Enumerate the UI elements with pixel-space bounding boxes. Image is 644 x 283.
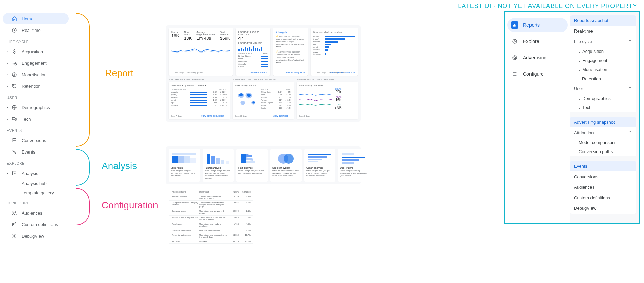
sidebar-item-debugview[interactable]: DebugView — [3, 230, 69, 242]
acquisition-icon — [11, 48, 18, 55]
sub-item-retention[interactable]: Retention — [570, 74, 636, 83]
svg-rect-10 — [13, 225, 14, 226]
svg-rect-26 — [308, 154, 331, 155]
session-row: (none)5.9K↓ 16.9% — [171, 93, 227, 96]
sub-item-demographics[interactable]: ▸Demographics — [570, 94, 636, 103]
sub-item-model-comparison[interactable]: Model comparison — [570, 138, 636, 147]
sub-head-reports-snapshot[interactable]: Reports snapshot — [570, 15, 636, 26]
session-row: affiliate50↑ 56.7% — [171, 104, 227, 107]
sub-item-custom-definitions[interactable]: Custom definitions — [570, 193, 636, 203]
svg-point-8 — [13, 211, 14, 213]
caret-icon: ▸ — [7, 61, 9, 65]
sidebar-item-custom-definitions[interactable]: Custom definitions — [3, 219, 69, 230]
nav-label: Explore — [523, 39, 539, 44]
view-insights-link[interactable]: View all insights → — [285, 71, 305, 74]
sidebar-item-tech[interactable]: ▸ Tech — [3, 113, 69, 125]
svg-point-39 — [514, 57, 515, 58]
sub-item-debugview[interactable]: DebugView — [570, 203, 636, 214]
analysis-card[interactable]: Cohort analysisWhat insights can you get… — [304, 149, 335, 182]
view-realtime-link[interactable]: View real-time → — [250, 71, 268, 74]
geo-card: Users ▾ by Country COUNTRYUSERS United S… — [233, 82, 294, 119]
sidebar-item-audiences[interactable]: Audiences — [3, 207, 69, 219]
session-row: cpc241↓ 6.7% — [171, 101, 227, 104]
config-row: All UsersAll users65,726↑ 70.7% — [169, 239, 253, 244]
label-analysis: Analysis — [102, 161, 137, 171]
sidebar-item-retention[interactable]: ▸ Retention — [3, 80, 69, 92]
analysis-card[interactable]: Path analysisWhat user journeys can you … — [236, 149, 268, 182]
sub-section-events: Events Conversions Audiences Custom defi… — [570, 161, 636, 214]
latest-ui-main-nav: Reports Explore Advertising Configure — [505, 12, 570, 223]
sidebar-item-analysis[interactable]: ▾ Analysis — [3, 167, 69, 179]
sub-item-realtime[interactable]: Real-time — [570, 26, 636, 36]
sidebar-left: Home Real-time LIFE CYCLE ▸ Acquisition … — [3, 13, 69, 242]
label-report: Report — [105, 68, 133, 79]
sub-item-audiences[interactable]: Audiences — [570, 182, 636, 193]
sidebar-item-events[interactable]: Events — [3, 146, 69, 158]
sidebar-item-home[interactable]: Home — [3, 13, 69, 24]
analysis-card[interactable]: Segment overlapWhat do intersections of … — [270, 149, 302, 182]
explore-icon — [511, 38, 518, 45]
sub-item-engagement[interactable]: ▸Engagement — [570, 56, 636, 65]
activity-stat: • 7 DAYS16K — [334, 96, 341, 102]
sidebar-item-monetisation[interactable]: ▸ Monetisation — [3, 69, 69, 80]
main-nav-explore[interactable]: Explore — [507, 34, 568, 48]
view-countries-link[interactable]: View countries → — [273, 115, 291, 117]
view-acquisition-link[interactable]: View user acquisition → — [330, 71, 355, 74]
sub-item-tech[interactable]: ▸Tech — [570, 103, 636, 112]
main-nav-reports[interactable]: Reports — [507, 18, 568, 32]
config-row: Campus Collection Category ViewersThose … — [169, 201, 253, 209]
shapes-icon — [11, 221, 18, 228]
sidebar-item-conversions[interactable]: Conversions — [3, 135, 69, 146]
sidebar-subitem-template-gallery[interactable]: Template gallery — [3, 188, 69, 197]
activity-stat: • 30 DAYS65K — [334, 88, 341, 94]
sidebar-subitem-analysis-hub[interactable]: Analysis hub — [3, 179, 69, 188]
sidebar-item-label: Demographics — [22, 105, 50, 110]
main-nav-advertising[interactable]: Advertising — [507, 50, 568, 65]
sub-group-attribution[interactable]: Attribution ⌃ — [570, 127, 636, 138]
world-map-icon — [235, 88, 259, 109]
country-row: China — [238, 65, 268, 68]
main-nav-configure[interactable]: Configure — [507, 67, 568, 81]
bar-chart-icon — [511, 21, 518, 29]
caret-icon: ▸ — [579, 68, 580, 72]
sidebar-item-realtime[interactable]: Real-time — [3, 24, 69, 36]
sidebar-item-label: Events — [22, 149, 35, 155]
sidebar-item-acquisition[interactable]: ▸ Acquisition — [3, 46, 69, 57]
analysis-card[interactable]: Funnel analysisWhat user journeys can yo… — [203, 149, 234, 182]
realtime-card: USERS IN LAST 30 MINUTES 47 USERS PER MI… — [236, 28, 271, 76]
metric: Total revenue$59K — [220, 31, 230, 41]
sessions-card: Sessions ▾ by Session medium ▾ SESSION M… — [169, 82, 230, 119]
geo-row: China396↓ 10.7% — [261, 104, 291, 107]
acquisition-bar-row: (data deleted) — [313, 52, 355, 56]
caret-icon: ▸ — [7, 50, 9, 53]
caret-icon: ▸ — [7, 117, 9, 121]
geo-row: United States8.5K↓ 24% — [261, 90, 291, 93]
nav-label: Configure — [523, 71, 544, 77]
caret-icon: ▸ — [7, 84, 9, 88]
analysis-card[interactable]: User lifetimeWhat can you learn by analy… — [338, 149, 369, 182]
sub-head-events[interactable]: Events — [570, 161, 636, 171]
sidebar-item-engagement[interactable]: ▸ Engagement — [3, 57, 69, 69]
sub-item-acquisition[interactable]: ▸Acquisition — [570, 47, 636, 56]
geo-row: Taiwan524↓ 15.2% — [261, 99, 291, 101]
sub-item-conversions[interactable]: Conversions — [570, 171, 636, 182]
svg-rect-32 — [342, 159, 359, 161]
sub-head-advertising-snapshot[interactable]: Advertising snapshot — [570, 117, 636, 127]
acquisition-bar-row: referral — [313, 41, 355, 43]
sidebar-item-label: Conversions — [22, 138, 46, 143]
section-lifecycle: LIFE CYCLE — [3, 36, 69, 46]
view-traffic-link[interactable]: View traffic acquisition → — [201, 115, 227, 117]
analysis-card[interactable]: ExplorationWhat insights can you uncover… — [169, 149, 200, 182]
sub-group-user[interactable]: User ⌃ — [570, 83, 636, 94]
sub-item-monetisation[interactable]: ▸Monetisation — [570, 65, 636, 74]
sub-group-lifecycle[interactable]: Life cycle ⌃ — [570, 36, 636, 47]
country-row: Germany — [238, 60, 268, 63]
geo-row: Spain338↑ 7.2% — [261, 107, 291, 109]
sub-item-conversion-paths[interactable]: Conversion paths — [570, 147, 636, 156]
bracket-report — [76, 13, 90, 147]
chevron-up-icon: ⌃ — [628, 86, 632, 91]
caret-down-icon: ▾ — [7, 171, 9, 175]
sidebar-item-demographics[interactable]: ▸ Demographics — [3, 102, 69, 113]
sub-section-advertising: Advertising snapshot Attribution ⌃ Model… — [570, 117, 636, 156]
svg-rect-13 — [172, 153, 196, 155]
